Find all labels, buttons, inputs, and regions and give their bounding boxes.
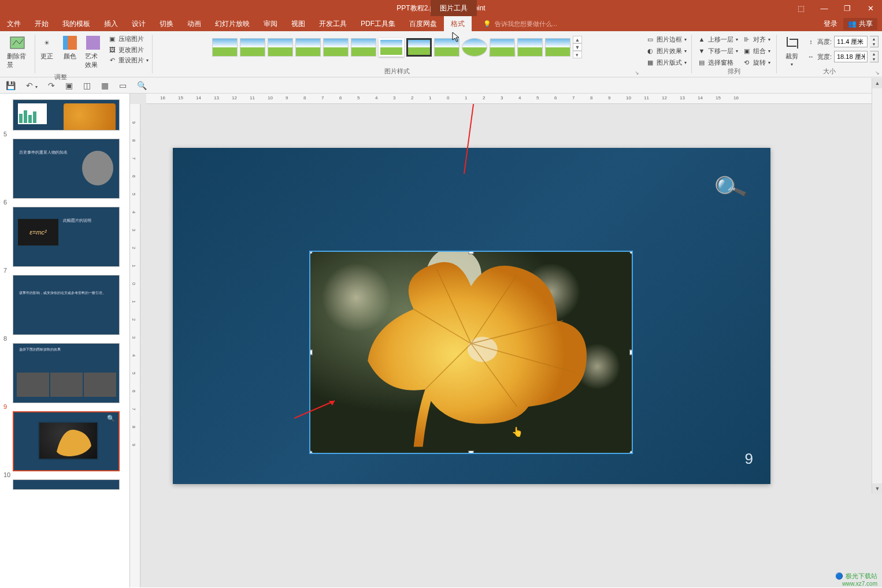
- style-thumb-12[interactable]: [517, 38, 543, 57]
- close-button[interactable]: ✕: [859, 0, 882, 16]
- canvas-area[interactable]: 🔍 9: [146, 104, 882, 587]
- group-button[interactable]: ▣组合▾: [740, 45, 773, 57]
- vertical-scrollbar[interactable]: ▲ ▼: [872, 78, 882, 494]
- picture-effects-button[interactable]: ◐图片效果▾: [644, 45, 689, 57]
- slide-thumb-8[interactable]: 8 选择下面的图标放映的效果: [5, 343, 125, 403]
- style-thumb-7[interactable]: [379, 38, 404, 57]
- ribbon-display-options[interactable]: ⬚: [790, 0, 813, 16]
- style-thumb-5[interactable]: [323, 38, 349, 57]
- qat-button-3[interactable]: ▦: [101, 81, 109, 90]
- slide-thumb-6[interactable]: 6 ε=mc² 此幅图片的说明: [5, 207, 125, 267]
- save-button[interactable]: 💾: [6, 81, 16, 90]
- tab-mytemplates[interactable]: 我的模板: [55, 16, 97, 31]
- style-thumb-8[interactable]: [406, 38, 432, 57]
- resize-handle-mr[interactable]: [629, 350, 633, 355]
- height-down[interactable]: ▼: [870, 42, 878, 47]
- qat-button-4[interactable]: ▭: [119, 81, 127, 90]
- resize-handle-br[interactable]: [629, 451, 633, 454]
- compress-pictures-button[interactable]: ▣压缩图片: [106, 34, 151, 44]
- align-button[interactable]: ⊪对齐▾: [740, 34, 773, 45]
- tab-developer[interactable]: 开发工具: [312, 16, 354, 31]
- style-thumb-4[interactable]: [295, 38, 321, 57]
- styles-dialog-launcher[interactable]: ↘: [635, 70, 639, 76]
- lightbulb-icon: 💡: [483, 20, 491, 28]
- height-up[interactable]: ▲: [870, 36, 878, 42]
- tab-slideshow[interactable]: 幻灯片放映: [208, 16, 257, 31]
- remove-background-button[interactable]: 删除背景: [3, 34, 31, 70]
- gallery-up-button[interactable]: ▲: [573, 36, 582, 43]
- tab-pdftools[interactable]: PDF工具集: [354, 16, 402, 31]
- tab-home[interactable]: 开始: [28, 16, 55, 31]
- slide-thumb-9[interactable]: 9 🔍: [5, 411, 125, 471]
- color-button[interactable]: 颜色: [58, 34, 81, 70]
- height-icon: ↕: [807, 38, 815, 46]
- size-dialog-launcher[interactable]: ↘: [875, 70, 880, 76]
- width-input[interactable]: [834, 51, 868, 62]
- tab-baidunetdisk[interactable]: 百度网盘: [402, 16, 444, 31]
- rotate-button[interactable]: ⟲旋转▾: [740, 57, 773, 68]
- scroll-down-button[interactable]: ▼: [872, 483, 882, 494]
- selection-pane-button[interactable]: ▤选择窗格: [695, 57, 740, 68]
- bring-forward-button[interactable]: ▲上移一层▾: [695, 34, 740, 45]
- style-thumb-6[interactable]: [351, 38, 376, 57]
- svg-line-12: [464, 104, 478, 174]
- reset-picture-button[interactable]: ↶重设图片▾: [106, 55, 151, 66]
- resize-handle-tm[interactable]: [469, 251, 474, 254]
- slide-canvas[interactable]: 🔍 9: [173, 148, 770, 484]
- picture-layout-button[interactable]: ▦图片版式▾: [644, 57, 689, 68]
- corrections-button[interactable]: ☀ 更正: [35, 34, 58, 70]
- group-size: 裁剪 ▾ ↕ 高度: ▲▼ ↔ 宽度: ▲▼ 大小 ↘: [777, 31, 882, 77]
- resize-handle-bm[interactable]: [469, 451, 474, 454]
- resize-handle-ml[interactable]: [309, 350, 313, 355]
- contextual-tab-picture-tools[interactable]: 图片工具: [431, 0, 477, 16]
- resize-handle-bl[interactable]: [309, 451, 313, 454]
- change-picture-button[interactable]: 🖼更改图片: [106, 44, 151, 55]
- login-link[interactable]: 登录: [824, 19, 837, 29]
- slide-thumb-7[interactable]: 7 该事件的影响，或支持你的论文或参考资料的一般引语。: [5, 275, 125, 335]
- tab-design[interactable]: 设计: [125, 16, 153, 31]
- redo-button[interactable]: ↷: [48, 81, 55, 90]
- style-thumb-10[interactable]: [462, 38, 487, 57]
- qat-button-5[interactable]: 🔍: [137, 81, 147, 90]
- style-thumb-3[interactable]: [268, 38, 293, 57]
- style-thumb-1[interactable]: [212, 38, 238, 57]
- tab-view[interactable]: 视图: [284, 16, 312, 31]
- scroll-up-button[interactable]: ▲: [872, 78, 882, 88]
- artistic-effects-button[interactable]: 艺术效果: [81, 34, 105, 70]
- slide-thumb-4[interactable]: [5, 99, 125, 131]
- picture-border-button[interactable]: ▭图片边框▾: [644, 34, 689, 45]
- crop-icon: [784, 35, 800, 51]
- selected-image[interactable]: ⟲ 👆: [309, 251, 633, 454]
- tab-animations[interactable]: 动画: [180, 16, 208, 31]
- gallery-more-button[interactable]: ▾: [573, 51, 582, 58]
- tab-file[interactable]: 文件: [0, 16, 28, 31]
- gallery-down-button[interactable]: ▼: [573, 43, 582, 51]
- height-input[interactable]: [834, 36, 868, 47]
- style-thumb-2[interactable]: [240, 38, 265, 57]
- undo-button[interactable]: ↶ ▾: [26, 81, 38, 90]
- slide-thumb-5[interactable]: 5 历史事件的重要人物的知名: [5, 139, 125, 199]
- qat-button-1[interactable]: ▣: [65, 81, 73, 90]
- minimize-button[interactable]: —: [813, 0, 836, 16]
- style-gallery[interactable]: ▲ ▼ ▾: [210, 34, 584, 61]
- crop-button[interactable]: 裁剪 ▾: [780, 34, 803, 68]
- tell-me-search[interactable]: 💡 告诉我您想要做什么...: [483, 20, 557, 28]
- tab-format[interactable]: 格式: [444, 16, 472, 31]
- send-backward-button[interactable]: ▼下移一层▾: [695, 45, 740, 57]
- style-thumb-13[interactable]: [545, 38, 570, 57]
- tab-review[interactable]: 审阅: [257, 16, 284, 31]
- horizontal-ruler[interactable]: 1615141312111098765432101234567891011121…: [146, 94, 882, 104]
- style-thumb-9[interactable]: [434, 38, 459, 57]
- qat-button-2[interactable]: ◫: [83, 81, 91, 90]
- vertical-ruler[interactable]: 9876543210123456789: [130, 104, 140, 587]
- style-thumb-11[interactable]: [489, 38, 515, 57]
- share-button[interactable]: 👥 共享: [843, 18, 877, 30]
- width-down[interactable]: ▼: [870, 57, 878, 62]
- slide-thumb-10[interactable]: 10: [5, 479, 125, 490]
- tab-insert[interactable]: 插入: [97, 16, 125, 31]
- width-up[interactable]: ▲: [870, 51, 878, 57]
- annotation-arrow-2: [461, 104, 484, 180]
- restore-button[interactable]: ❐: [836, 0, 859, 16]
- resize-handle-tr[interactable]: [629, 251, 633, 254]
- tab-transitions[interactable]: 切换: [153, 16, 180, 31]
